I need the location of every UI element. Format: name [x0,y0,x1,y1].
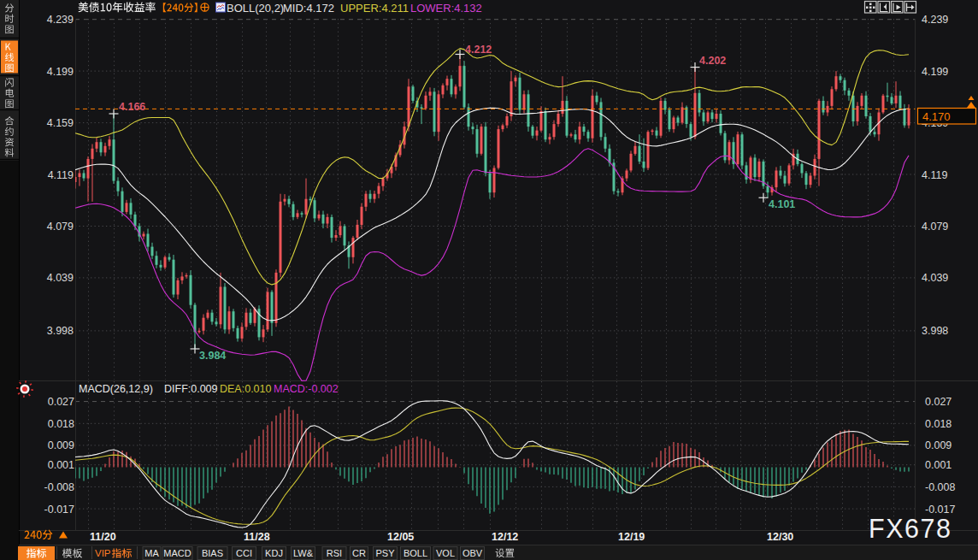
svg-text:4.101: 4.101 [769,198,795,210]
svg-text:4.159: 4.159 [47,117,74,129]
svg-text:0.009: 0.009 [48,439,74,451]
svg-text:FX678: FX678 [869,514,951,543]
svg-text:CCI: CCI [236,548,252,558]
svg-text:-0.008: -0.008 [925,481,955,493]
svg-text:12/12: 12/12 [492,531,518,543]
svg-text:BOLL: BOLL [404,548,427,558]
svg-text:4.079: 4.079 [922,221,948,233]
svg-text:3.998: 3.998 [922,325,948,337]
svg-text:12/19: 12/19 [618,531,645,543]
svg-text:UPPER:4.211: UPPER:4.211 [340,2,409,15]
svg-text:MACD:-0.002: MACD:-0.002 [274,383,339,395]
svg-text:4.170: 4.170 [922,110,951,123]
svg-text:3.998: 3.998 [47,325,74,337]
svg-text:12/30: 12/30 [767,531,793,543]
svg-text:PSY: PSY [375,548,395,558]
svg-text:DIFF:0.009: DIFF:0.009 [164,383,218,395]
svg-text:OBV: OBV [462,548,483,558]
svg-text:4.202: 4.202 [699,55,726,67]
svg-text:MACD(26,12,9): MACD(26,12,9) [79,383,153,395]
svg-text:-0.008: -0.008 [44,481,74,493]
svg-text:0.018: 0.018 [925,418,951,430]
svg-text:BIAS: BIAS [202,548,223,558]
svg-text:0.009: 0.009 [925,439,951,451]
svg-text:4.039: 4.039 [922,272,948,284]
svg-text:4.239: 4.239 [47,14,74,26]
svg-text:BOLL(20,2): BOLL(20,2) [227,2,284,15]
svg-text:DEA:0.010: DEA:0.010 [220,383,272,395]
svg-text:VOL: VOL [436,548,455,558]
svg-text:0.001: 0.001 [925,459,951,471]
svg-text:4.199: 4.199 [47,66,74,78]
svg-text:0.018: 0.018 [48,418,74,430]
svg-text:RSI: RSI [327,548,342,558]
svg-text:0.001: 0.001 [48,459,74,471]
svg-text:CR: CR [352,548,366,558]
svg-text:4.239: 4.239 [922,14,948,26]
svg-text:MACD: MACD [163,548,191,558]
svg-text:LOWER:4.132: LOWER:4.132 [410,2,482,15]
svg-text:11/20: 11/20 [90,531,116,543]
svg-text:LW&: LW& [293,548,314,558]
svg-text:KDJ: KDJ [265,548,283,558]
svg-text:4.119: 4.119 [922,169,947,181]
svg-text:0.027: 0.027 [48,396,74,408]
svg-text:4.199: 4.199 [922,66,948,78]
svg-text:-0.017: -0.017 [44,504,74,516]
svg-text:11/28: 11/28 [244,531,270,543]
svg-text:12/05: 12/05 [387,531,414,543]
svg-text:4.079: 4.079 [47,221,74,233]
svg-text:4.119: 4.119 [48,169,74,181]
svg-text:MA: MA [144,548,159,558]
svg-text:4.212: 4.212 [465,44,492,56]
svg-text:4.166: 4.166 [119,101,145,113]
svg-text:VIP: VIP [95,548,111,558]
svg-text:MID:4.172: MID:4.172 [283,2,334,15]
svg-text:4.039: 4.039 [47,272,74,284]
svg-text:0.027: 0.027 [925,396,951,408]
svg-text:3.984: 3.984 [199,350,226,362]
